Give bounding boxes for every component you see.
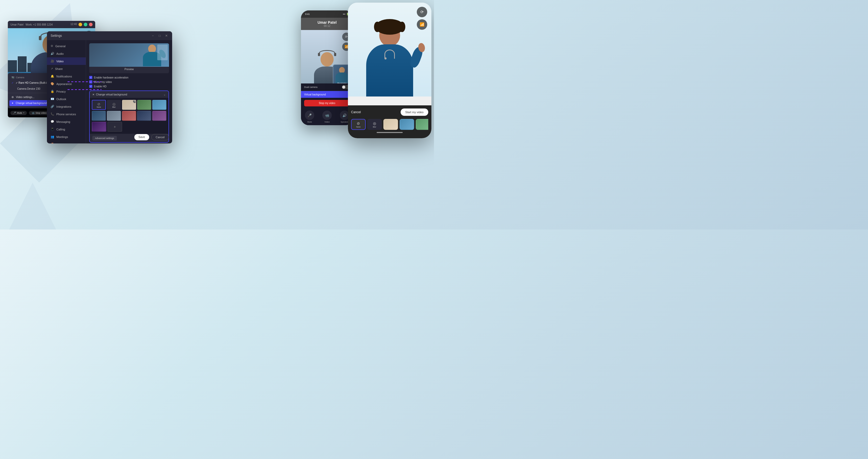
phone2-person xyxy=(361,24,418,96)
nav-item-integrations[interactable]: 🔗 Integrations xyxy=(47,103,86,110)
close-button[interactable] xyxy=(89,23,93,26)
mobile-phone-1: 9:41 ▪▪▪ 🔋 Umar Patel 00:12 xyxy=(301,10,353,125)
nav-item-share[interactable]: ↗ Share xyxy=(47,65,86,72)
settings-window-buttons: − □ ✕ xyxy=(151,34,168,37)
mute-action-button[interactable]: 🎤 Mute xyxy=(305,111,314,123)
phone2-camera-switch-icon[interactable]: ⟳ xyxy=(417,7,427,17)
nav-calling-label: Calling xyxy=(56,128,65,131)
nav-item-video[interactable]: 🎥 Video xyxy=(47,57,86,65)
nav-item-outlook[interactable]: 📧 Outlook xyxy=(47,95,86,103)
blur-icon: ◎ xyxy=(113,102,116,106)
minimize-button[interactable] xyxy=(79,23,82,26)
hw-accel-label: Enable hardware acceleration xyxy=(94,76,128,79)
settings-content-area: Preview ✓ Enable hardware acceleration ✓… xyxy=(86,40,172,144)
nav-item-audio[interactable]: 🔊 Audio xyxy=(47,50,86,57)
phone2-bg-blur[interactable]: ◎ Blur xyxy=(367,119,382,130)
save-button[interactable]: Save xyxy=(134,134,149,140)
settings-minimize-button[interactable]: − xyxy=(151,34,155,37)
nav-item-meetings[interactable]: 👥 Meetings xyxy=(47,133,86,141)
settings-maximize-button[interactable]: □ xyxy=(158,34,162,37)
meetings-icon: 👥 xyxy=(51,135,54,139)
messaging-icon: 💬 xyxy=(51,120,54,123)
enable-hd-checkbox[interactable]: ✓ xyxy=(89,85,92,88)
join-options-icon: 🚪 xyxy=(51,143,54,144)
titlebar-phone: Work: +1 555 888 1234 xyxy=(26,23,53,26)
enable-hd-label: Enable HD xyxy=(94,85,106,88)
vbg-bg-9[interactable] xyxy=(92,122,106,132)
wand-icon: ✦ xyxy=(11,102,13,104)
nav-item-messaging[interactable]: 💬 Messaging xyxy=(47,118,86,125)
phone2-cancel-button[interactable]: Cancel xyxy=(351,110,361,114)
plus-icon: + xyxy=(114,125,116,129)
phone2-hair-left xyxy=(374,22,380,32)
vbg-bg-8[interactable] xyxy=(152,111,166,121)
nav-video-label: Video xyxy=(56,60,64,63)
phone1-video-area: ⟳ 📶 My preview xyxy=(301,30,353,87)
phone1-statusbar: 9:41 ▪▪▪ 🔋 xyxy=(301,10,353,18)
phone2-bg-3[interactable] xyxy=(416,119,428,130)
vbg-blur-option[interactable]: ◎ Blur xyxy=(107,100,121,110)
connector-line-2 xyxy=(67,89,101,90)
stop-video-label: Stop my video xyxy=(319,102,335,104)
nav-messaging-label: Messaging xyxy=(56,120,70,123)
hw-accel-checkbox[interactable]: ✓ xyxy=(89,76,92,79)
appearance-icon: 🎨 xyxy=(51,82,54,86)
dual-camera-label: Dual camera xyxy=(304,86,317,88)
video-action-icon: 📹 xyxy=(322,111,332,120)
vbg-bg-4[interactable] xyxy=(92,111,106,121)
vbg-bg-5[interactable] xyxy=(107,111,121,121)
nav-outlook-label: Outlook xyxy=(56,97,66,101)
phone2-cancel-label: Cancel xyxy=(351,110,361,114)
nav-item-notifications[interactable]: 🔔 Notifications xyxy=(47,72,86,80)
vbg-bg-7[interactable] xyxy=(137,111,151,121)
phone2-bg-1[interactable] xyxy=(383,119,398,130)
advanced-settings-button[interactable]: Advanced settings xyxy=(92,136,117,141)
virtual-background-row[interactable]: Virtual background › xyxy=(301,91,353,98)
vbg-bg-6[interactable] xyxy=(122,111,136,121)
settings-close-button[interactable]: ✕ xyxy=(164,34,168,37)
bg-none-icon: ⊘ xyxy=(357,121,360,125)
settings-footer-buttons: Save Cancel xyxy=(134,134,169,140)
nav-general-label: General xyxy=(55,44,65,48)
connector-line xyxy=(67,81,101,82)
signal-icon: ▪▪▪ xyxy=(343,13,345,16)
phone2-bottom-area: Cancel Start my video ⊘ None ◎ Blur xyxy=(348,105,431,138)
vbg-bg-3[interactable] xyxy=(152,100,166,110)
nav-item-phone-services[interactable]: 📞 Phone services xyxy=(47,110,86,118)
vbg-none-option[interactable]: ⊘ None xyxy=(92,100,106,110)
nav-meetings-label: Meetings xyxy=(56,135,68,139)
vbg-header: ✕ Change virtual background ⌄ xyxy=(90,91,168,98)
window-bg xyxy=(157,44,168,60)
audio-icon: 🔊 xyxy=(51,52,54,55)
building-1 xyxy=(8,60,17,72)
phone2-bg-none[interactable]: ⊘ None xyxy=(351,119,366,130)
phone-services-icon: 📞 xyxy=(51,113,54,116)
maximize-button[interactable] xyxy=(84,23,87,26)
cancel-button[interactable]: Cancel xyxy=(151,134,169,140)
blur-label: Blur xyxy=(113,106,116,108)
nav-item-privacy[interactable]: 🔒 Privacy xyxy=(47,88,86,95)
phone1-headphone-right xyxy=(334,53,336,56)
pip-body xyxy=(335,72,348,83)
nav-item-general[interactable]: ⚙ General xyxy=(47,42,86,50)
virtual-background-label: Virtual background xyxy=(304,93,326,96)
phone2-signal-icon[interactable]: 📶 xyxy=(417,19,427,30)
camera-icon-menu: 📷 xyxy=(11,76,14,79)
video-action-button[interactable]: 📹 Video xyxy=(322,111,332,123)
phone2-bg-2[interactable] xyxy=(400,119,414,130)
nav-join-options-label: Join options xyxy=(56,143,72,144)
phone2-start-video-button[interactable]: Start my video xyxy=(401,109,428,116)
vbg-bg-2[interactable] xyxy=(137,100,151,110)
nav-item-join-options[interactable]: 🚪 Join options xyxy=(47,141,86,144)
nav-item-calling[interactable]: 📱 Calling xyxy=(47,125,86,133)
stop-my-video-button[interactable]: Stop my video xyxy=(304,100,350,106)
vbg-row-1: ⊘ None ◎ Blur ✕ xyxy=(92,100,166,110)
delete-bg-1-icon[interactable]: ✕ xyxy=(133,100,136,103)
settings-sidebar: ⚙ General 🔊 Audio 🎥 Video ↗ Share 🔔 xyxy=(47,40,86,144)
vbg-add-button[interactable]: + xyxy=(107,122,122,132)
preview-label: Preview xyxy=(89,67,169,72)
mute-button[interactable]: 🎤 Mute ▾ xyxy=(10,111,27,115)
dual-camera-row: Dual camera xyxy=(301,84,353,91)
vbg-bg-1[interactable]: ✕ xyxy=(122,100,136,110)
settings-panel: Settings − □ ✕ ⚙ General 🔊 Audio 🎥 xyxy=(47,31,172,144)
